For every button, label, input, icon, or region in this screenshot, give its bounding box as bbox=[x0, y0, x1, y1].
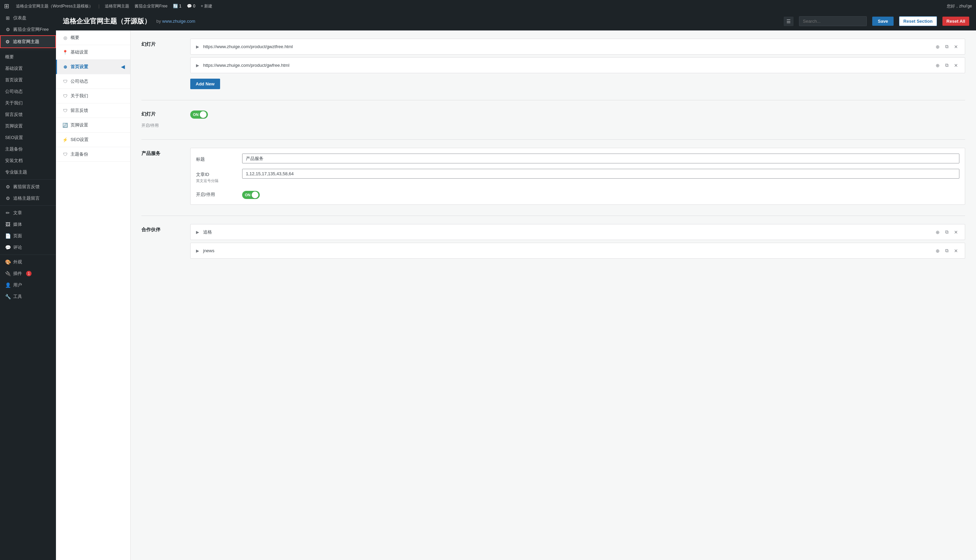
sidebar-item-jichu[interactable]: 基础设置 bbox=[0, 63, 56, 74]
settings-nav-shouye[interactable]: ⊕ 首页设置 ◀ bbox=[56, 60, 130, 74]
slider-item-1-move[interactable]: ⊕ bbox=[934, 43, 941, 50]
sidebar-item-wenzhang[interactable]: ✏ 文章 bbox=[0, 207, 56, 218]
sidebar-item-zhuanye[interactable]: 专业版主题 bbox=[0, 167, 56, 178]
product-title-input[interactable] bbox=[242, 153, 959, 163]
sidebar-item-gongju[interactable]: 🔧 工具 bbox=[0, 291, 56, 302]
header-search-input[interactable] bbox=[799, 16, 867, 26]
sidebar-divider-2 bbox=[0, 179, 56, 180]
settings-nav: ◎ 概要 📍 基础设置 ⊕ 首页设置 ◀ 🛡 公司动态 🛡 bbox=[56, 30, 130, 560]
top-bar-new[interactable]: + 新建 bbox=[201, 3, 212, 9]
slider-item-2-delete[interactable]: ✕ bbox=[953, 62, 959, 69]
sidebar-item-guanyu[interactable]: 关于我们 bbox=[0, 97, 56, 109]
sidebar-item-liuyan[interactable]: 留言反馈 bbox=[0, 109, 56, 120]
tools-icon: 🔧 bbox=[5, 294, 10, 299]
plugin-site-url[interactable]: www.zhuige.com bbox=[162, 18, 195, 24]
top-bar-comments: 💬 0 bbox=[187, 4, 195, 8]
settings-nav-seo[interactable]: ⚡ SEO设置 bbox=[56, 133, 130, 147]
top-bar-site-name[interactable]: 追格企业官网主题（WordPress主题模板） bbox=[16, 3, 93, 9]
partner-item-1-actions: ⊕ ⧉ ✕ bbox=[934, 228, 959, 236]
sidebar: ⊞ 仪表盘 ⚙ 酱茄企业官网Free ⚙ 追格官网主题 概要 基础设置 首页设置… bbox=[0, 12, 56, 560]
settings-nav-jichu[interactable]: 📍 基础设置 bbox=[56, 45, 130, 60]
slider-item-2-copy[interactable]: ⧉ bbox=[944, 62, 950, 69]
settings-nav-gaiyo[interactable]: ◎ 概要 bbox=[56, 30, 130, 45]
sidebar-item-shouye[interactable]: 首页设置 bbox=[0, 74, 56, 86]
top-bar: ⊞ 追格企业官网主题（WordPress主题模板） | 追格官网主题 酱茄企业官… bbox=[0, 0, 976, 12]
slider-item-1-delete[interactable]: ✕ bbox=[953, 43, 959, 50]
sidebar-item-yejiao[interactable]: 页脚设置 bbox=[0, 120, 56, 132]
sidebar-item-seo[interactable]: SEO设置 bbox=[0, 132, 56, 143]
product-section-title: 产品服务 bbox=[142, 150, 182, 157]
plugin-header: 追格企业官网主题（开源版） by www.zhuige.com ☰ Save R… bbox=[56, 12, 976, 30]
settings-icon-3: ⚙ bbox=[5, 184, 10, 190]
appearance-icon: 🎨 bbox=[5, 259, 10, 265]
slider-item-1-url: https://www.zhuige.com/product/gwztfree.… bbox=[203, 44, 934, 49]
slider-item-2: ▶ https://www.zhuige.com/product/gwfree.… bbox=[190, 57, 965, 73]
partner-item-2-arrow: ▶ bbox=[196, 248, 199, 253]
slider-toggle-knob bbox=[200, 111, 207, 118]
slider-item-1-copy[interactable]: ⧉ bbox=[944, 43, 950, 50]
plugin-icon: 🔌 bbox=[5, 271, 10, 276]
sidebar-item-zhuti[interactable]: 主题备份 bbox=[0, 143, 56, 155]
sidebar-item-qiangcha[interactable]: ⚙ 酱茄企业官网Free bbox=[0, 24, 56, 35]
sidebar-item-gongsi[interactable]: 公司动态 bbox=[0, 86, 56, 97]
nav-backup-icon: 🛡 bbox=[62, 152, 68, 157]
sidebar-item-qiangcha2[interactable]: ⚙ 酱茄留言反馈 bbox=[0, 181, 56, 193]
settings-nav-guanyu[interactable]: 🛡 关于我们 bbox=[56, 89, 130, 103]
sidebar-item-zhuige[interactable]: ⚙ 追格官网主题 bbox=[0, 35, 56, 48]
sidebar-item-chajian[interactable]: 🔌 插件 1 bbox=[0, 268, 56, 279]
top-bar-sync: 🔄 1 bbox=[173, 4, 182, 8]
nav-footer-icon: 🔄 bbox=[62, 123, 68, 128]
slider-section-title: 幻灯片 bbox=[142, 42, 182, 47]
product-toggle-on-label: ON bbox=[244, 193, 250, 197]
partners-section: 合作伙伴 ▶ 追格 ⊕ ⧉ ✕ bbox=[142, 224, 965, 262]
slider-item-2-move[interactable]: ⊕ bbox=[934, 62, 941, 69]
slider-item-2-actions: ⊕ ⧉ ✕ bbox=[934, 62, 959, 69]
sidebar-item-meiti[interactable]: 🖼 媒体 bbox=[0, 218, 56, 230]
sidebar-divider-1 bbox=[0, 50, 56, 50]
sidebar-item-pinglun[interactable]: 💬 评论 bbox=[0, 242, 56, 253]
sidebar-item-zhuige2[interactable]: ⚙ 追格主题留言 bbox=[0, 193, 56, 204]
settings-nav-yejiao[interactable]: 🔄 页脚设置 bbox=[56, 118, 130, 133]
sidebar-item-gaiyo[interactable]: 概要 bbox=[0, 51, 56, 63]
sidebar-divider-3 bbox=[0, 205, 56, 206]
partner-item-1-delete[interactable]: ✕ bbox=[953, 229, 959, 236]
partner-item-2: ▶ jnews ⊕ ⧉ ✕ bbox=[190, 243, 965, 258]
product-toggle-knob bbox=[252, 192, 259, 198]
partner-item-1-copy[interactable]: ⧉ bbox=[944, 228, 950, 236]
slider-add-new-button[interactable]: Add New bbox=[190, 78, 220, 89]
reset-all-button[interactable]: Reset All bbox=[943, 17, 969, 26]
partner-item-1-move[interactable]: ⊕ bbox=[934, 229, 941, 236]
partner-item-2-actions: ⊕ ⧉ ✕ bbox=[934, 247, 959, 254]
top-bar-breadcrumb-2[interactable]: 酱茄企业官网Free bbox=[135, 3, 167, 9]
plugin-badge: 1 bbox=[26, 271, 32, 276]
product-id-input[interactable] bbox=[242, 169, 959, 178]
reset-section-button[interactable]: Reset Section bbox=[899, 16, 937, 26]
settings-nav-liuyan[interactable]: 🛡 留言反馈 bbox=[56, 103, 130, 118]
sidebar-divider-4 bbox=[0, 255, 56, 255]
partner-item-2-copy[interactable]: ⧉ bbox=[944, 247, 950, 254]
settings-nav-backup[interactable]: 🛡 主题备份 bbox=[56, 147, 130, 162]
slider-toggle[interactable]: ON bbox=[190, 110, 208, 118]
partner-item-2-move[interactable]: ⊕ bbox=[934, 247, 941, 254]
header-menu-button[interactable]: ☰ bbox=[784, 17, 794, 26]
nav-home-icon: ⊕ bbox=[62, 64, 68, 70]
settings-nav-gongsi[interactable]: 🛡 公司动态 bbox=[56, 74, 130, 89]
top-bar-breadcrumb-1[interactable]: 追格官网主题 bbox=[105, 3, 129, 9]
partner-item-1-label: 追格 bbox=[203, 229, 934, 235]
product-toggle[interactable]: ON bbox=[242, 191, 260, 199]
slider-toggle-section: 幻灯片 开启/停用 ON bbox=[142, 108, 965, 128]
sidebar-item-yonghu[interactable]: 👤 用户 bbox=[0, 279, 56, 291]
sidebar-item-waiguan[interactable]: 🎨 外观 bbox=[0, 256, 56, 268]
sidebar-item-anzhuang[interactable]: 安装文档 bbox=[0, 155, 56, 167]
slider-item-1-arrow: ▶ bbox=[196, 44, 199, 49]
partner-item-2-delete[interactable]: ✕ bbox=[953, 247, 959, 254]
sidebar-item-yemian[interactable]: 📄 页面 bbox=[0, 230, 56, 242]
product-title-row: 标题 bbox=[196, 153, 959, 163]
save-button[interactable]: Save bbox=[872, 17, 893, 26]
plugin-by: by www.zhuige.com bbox=[156, 18, 195, 24]
slider-toggle-row: 幻灯片 开启/停用 ON bbox=[142, 108, 965, 128]
slider-item-1-actions: ⊕ ⧉ ✕ bbox=[934, 43, 959, 50]
product-toggle-label: 开启/停用 bbox=[196, 192, 237, 198]
sidebar-item-dashboard[interactable]: ⊞ 仪表盘 bbox=[0, 12, 56, 24]
settings-icon-2: ⚙ bbox=[5, 39, 10, 44]
